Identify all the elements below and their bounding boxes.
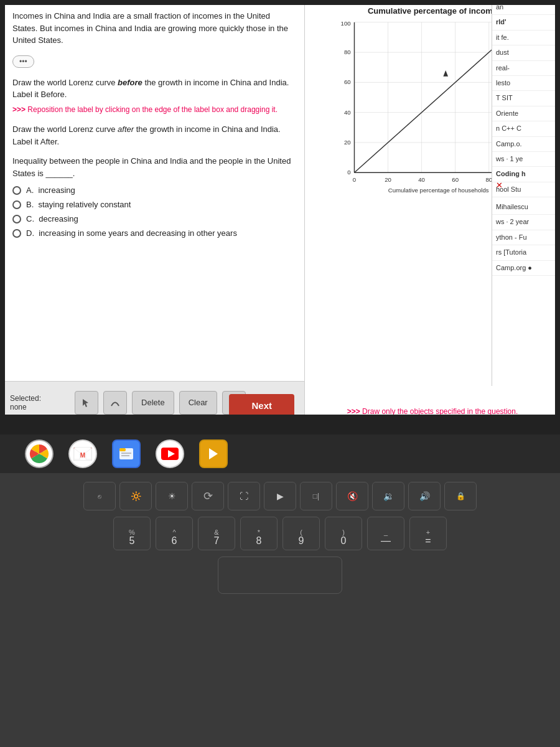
svg-text:40: 40 (418, 176, 425, 183)
svg-text:100: 100 (341, 20, 351, 27)
gmail-icon[interactable]: M (68, 439, 97, 468)
sidebar-item-3: it fe. (492, 31, 560, 45)
option-c[interactable]: C. decreasing (12, 214, 292, 223)
option-b-label: B. staying relatively constant (26, 200, 131, 209)
key-6[interactable]: ^ 6 (156, 517, 193, 550)
key-minus[interactable]: _ — (367, 517, 404, 550)
sidebar-item-1: an (492, 0, 560, 15)
cursor-tool-button[interactable] (75, 391, 98, 415)
radio-d[interactable] (12, 229, 21, 238)
svg-text:40: 40 (344, 109, 351, 116)
sidebar-item-7: T SIT (492, 91, 560, 106)
svg-text:0: 0 (353, 176, 356, 183)
selected-value: none (10, 403, 41, 411)
sidebar-item-9: n C++ C (492, 121, 560, 136)
svg-text:20: 20 (385, 176, 391, 183)
function-key-row: ⎋ 🔆 ☀ ⟳ ⛶ ▶ □| 🔇 🔉 🔊 🔒 (0, 473, 560, 510)
key-f5[interactable]: ▶ (264, 482, 296, 510)
key-equals-num: = (425, 536, 431, 546)
key-9[interactable]: ( 9 (282, 517, 320, 550)
key-8[interactable]: * 8 (240, 517, 278, 550)
key-9-num: 9 (299, 536, 304, 546)
option-b[interactable]: B. staying relatively constant (12, 200, 292, 209)
sidebar-item-10: Camp.o. (492, 137, 560, 152)
key-7[interactable]: & 7 (198, 517, 235, 550)
sidebar-item-17: rs [Tutoria (492, 245, 560, 260)
key-0-num: 0 (341, 536, 347, 546)
sidebar-item-18: Camp.org ● (492, 261, 560, 276)
sidebar-item-5: real- (492, 61, 560, 76)
ellipsis-button[interactable]: ••• (12, 55, 34, 68)
radio-b[interactable] (12, 200, 21, 209)
option-a[interactable]: A. increasing (12, 186, 292, 195)
key-5[interactable]: % 5 (113, 517, 151, 550)
key-lock[interactable]: 🔒 (444, 482, 477, 510)
selected-info: Selected: none (10, 394, 60, 411)
keyboard-area: ⎋ 🔆 ☀ ⟳ ⛶ ▶ □| 🔇 🔉 🔊 🔒 % 5 ^ 6 & 7 * 8 ( (0, 473, 560, 747)
option-c-label: C. decreasing (26, 214, 78, 223)
files-icon[interactable] (112, 439, 141, 468)
svg-text:60: 60 (452, 176, 459, 183)
key-f4[interactable]: ⛶ (228, 482, 260, 510)
key-minus-num: — (381, 536, 391, 546)
taskbar: M (0, 435, 560, 473)
svg-text:M: M (80, 452, 85, 459)
svg-text:20: 20 (344, 139, 351, 146)
chart-hint: >>> Draw only the objects specified in t… (311, 406, 554, 417)
svg-text:0: 0 (347, 169, 350, 176)
option-d-label: D. increasing in some years and decreasi… (26, 228, 237, 238)
sidebar-item-14: Mihailescu (492, 200, 560, 215)
svg-text:80: 80 (344, 49, 351, 55)
key-f6[interactable]: □| (300, 482, 332, 510)
sidebar-item-16: ython - Fu (492, 230, 560, 245)
key-7-num: 7 (214, 536, 220, 546)
curve-tool-button[interactable] (103, 391, 127, 415)
number-key-row: % 5 ^ 6 & 7 * 8 ( 9 ) 0 _ — + = (0, 510, 560, 550)
key-f2[interactable]: ☀ (156, 482, 188, 510)
sidebar-item-2: rld' (492, 15, 560, 30)
right-sidebar: an rld' it fe. dust real- lesto T SIT Or… (492, 0, 560, 386)
clear-button[interactable]: Clear (179, 391, 217, 415)
sidebar-item-4: dust (492, 45, 560, 60)
sidebar-item-11: ws · 1 ye (492, 152, 560, 167)
option-d[interactable]: D. increasing in some years and decreasi… (12, 228, 292, 238)
close-x-icon[interactable]: ✕ (496, 181, 503, 190)
draw-instruction-2: Draw the world Lorenz curve after the gr… (12, 123, 292, 148)
key-f1[interactable]: 🔆 (119, 482, 152, 510)
youtube-icon[interactable] (156, 439, 184, 468)
next-button[interactable]: Next (229, 394, 294, 417)
laptop-hinge (0, 423, 560, 435)
key-0[interactable]: ) 0 (325, 517, 362, 550)
left-panel: Incomes in China and India are a small f… (0, 0, 305, 423)
selected-label: Selected: (10, 394, 41, 403)
key-vol-up[interactable]: 🔊 (408, 482, 441, 510)
intro-text: Incomes in China and India are a small f… (12, 10, 292, 47)
screen: Incomes in China and India are a small f… (0, 0, 560, 423)
key-equals[interactable]: + = (409, 517, 447, 550)
svg-text:60: 60 (344, 78, 351, 85)
touchpad[interactable] (218, 557, 342, 594)
inequality-text: Inequality between the people in China a… (12, 155, 292, 179)
svg-marker-37 (209, 448, 218, 459)
key-mute[interactable]: 🔇 (336, 482, 368, 510)
draw-instruction-1: Draw the world Lorenz curve before the g… (12, 77, 292, 101)
key-tab[interactable]: ⎋ (83, 482, 116, 510)
key-f3[interactable]: ⟳ (192, 482, 224, 510)
sidebar-item-6: lesto (492, 76, 560, 91)
key-vol-down[interactable]: 🔉 (372, 482, 404, 510)
toolbar: Selected: none Delete Clear ? Next (0, 381, 304, 423)
plex-icon[interactable] (199, 439, 228, 468)
chrome-icon[interactable] (25, 439, 54, 468)
radio-a[interactable] (12, 186, 21, 195)
svg-text:Cumulative percentage of house: Cumulative percentage of households (388, 187, 489, 194)
sidebar-item-8: Oriente (492, 106, 560, 121)
option-a-label: A. increasing (26, 186, 75, 195)
delete-button[interactable]: Delete (132, 391, 174, 415)
sidebar-item-15: ws · 2 year (492, 215, 560, 230)
key-8-num: 8 (256, 536, 262, 546)
reposition-hint: >>> Reposition the label by clicking on … (12, 105, 292, 115)
radio-c[interactable] (12, 215, 21, 223)
key-5-num: 5 (129, 536, 135, 546)
key-6-num: 6 (172, 536, 177, 546)
svg-rect-32 (119, 448, 126, 451)
